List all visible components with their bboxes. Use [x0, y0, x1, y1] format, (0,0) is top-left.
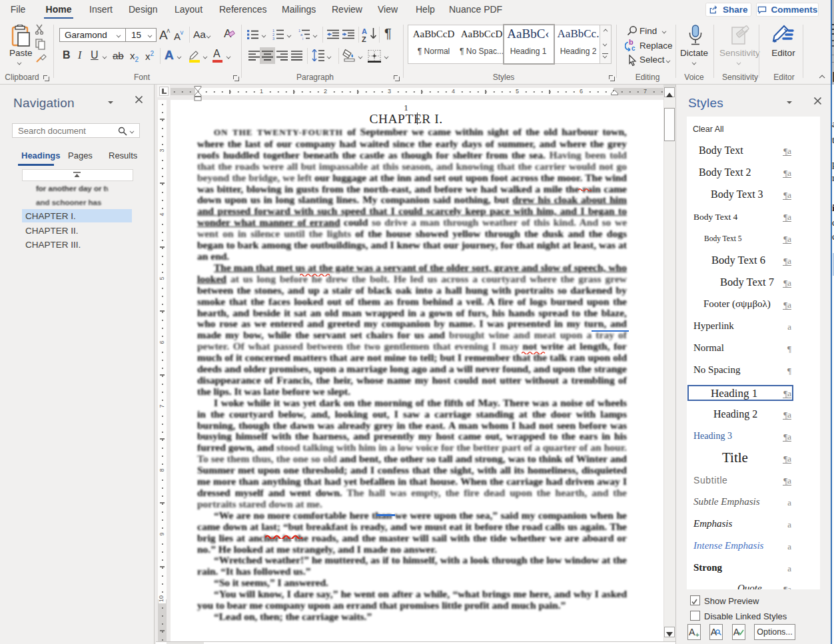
- svg-text:3: 3: [272, 37, 274, 40]
- svg-text:i: i: [302, 37, 303, 40]
- svg-text:c: c: [631, 45, 635, 51]
